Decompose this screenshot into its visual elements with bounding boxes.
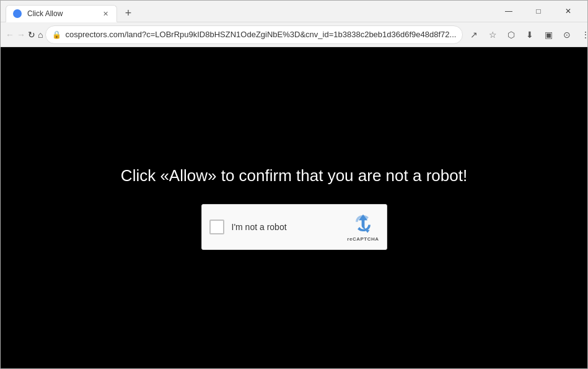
download-button[interactable]: ⬇ [521, 26, 538, 43]
refresh-button[interactable]: ↻ [28, 26, 35, 43]
captcha-label: I'm not a robot [232, 222, 340, 232]
active-tab[interactable]: Click Allow ✕ [6, 5, 117, 22]
tab-strip: Click Allow ✕ + [6, 1, 494, 22]
address-bar[interactable]: 🔒 cosprectors.com/land?c=LOBrRpu9kID8bHS… [45, 25, 463, 44]
page-content: Click «Allow» to confirm that you are no… [1, 47, 587, 368]
recaptcha-logo-icon [351, 211, 375, 235]
recaptcha-logo-area: reCAPTCHA [347, 211, 379, 242]
tab-favicon [12, 9, 22, 19]
share-icon: ↗ [470, 30, 478, 40]
extensions-button[interactable]: ⬡ [502, 26, 520, 43]
home-button[interactable]: ⌂ [38, 26, 43, 43]
browser-window: Click Allow ✕ + — □ ✕ ← → ↻ ⌂ [0, 0, 588, 369]
close-button[interactable]: ✕ [554, 1, 582, 22]
menu-icon: ⋮ [581, 30, 588, 40]
bookmark-button[interactable]: ☆ [484, 26, 501, 43]
share-button[interactable]: ↗ [465, 26, 483, 43]
minimize-icon: — [505, 7, 512, 16]
recaptcha-brand-text: reCAPTCHA [347, 236, 379, 242]
close-icon: ✕ [565, 7, 571, 16]
forward-icon: → [17, 30, 25, 40]
home-icon: ⌂ [38, 30, 43, 40]
star-icon: ☆ [489, 30, 497, 40]
nav-right-buttons: ↗ ☆ ⬡ ⬇ ▣ ⊙ ⋮ [465, 26, 588, 43]
sidebar-icon: ▣ [545, 30, 553, 40]
tab-title: Click Allow [27, 9, 95, 18]
main-heading: Click «Allow» to confirm that you are no… [121, 166, 467, 185]
title-bar: Click Allow ✕ + — □ ✕ [1, 1, 587, 22]
profile-button[interactable]: ⊙ [558, 26, 576, 43]
download-icon: ⬇ [526, 30, 533, 40]
window-controls: — □ ✕ [494, 1, 582, 22]
profile-icon: ⊙ [563, 30, 571, 40]
new-tab-button[interactable]: + [120, 4, 137, 22]
sidebar-button[interactable]: ▣ [540, 26, 557, 43]
puzzle-icon: ⬡ [507, 30, 515, 40]
menu-button[interactable]: ⋮ [577, 26, 588, 43]
captcha-checkbox[interactable] [209, 220, 224, 234]
refresh-icon: ↻ [28, 30, 35, 40]
back-icon: ← [6, 30, 14, 40]
url-text: cosprectors.com/land?c=LOBrRpu9kID8bHSZN… [65, 30, 456, 39]
recaptcha-widget[interactable]: I'm not a robot reCAPTCHA [201, 204, 387, 250]
minimize-button[interactable]: — [494, 1, 523, 22]
maximize-icon: □ [536, 7, 540, 16]
lock-icon: 🔒 [52, 30, 61, 39]
navigation-bar: ← → ↻ ⌂ 🔒 cosprectors.com/land?c=LOBrRpu… [1, 22, 587, 47]
tab-favicon-circle [13, 9, 22, 18]
forward-button[interactable]: → [17, 26, 25, 43]
maximize-button[interactable]: □ [524, 1, 553, 22]
tab-close-button[interactable]: ✕ [100, 9, 110, 19]
back-button[interactable]: ← [6, 26, 14, 43]
